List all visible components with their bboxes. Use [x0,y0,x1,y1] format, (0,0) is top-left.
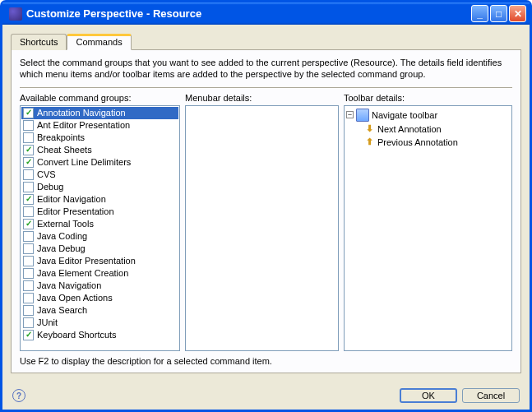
menubar-details-list[interactable] [185,105,339,351]
tab-commands[interactable]: Commands [67,34,131,50]
checkbox[interactable] [23,120,34,131]
checkbox[interactable] [23,169,34,180]
hint-text: Use F2 to display the description for a … [20,356,512,366]
checkbox[interactable] [23,231,34,242]
checkbox[interactable] [23,219,34,229]
checkbox[interactable] [23,206,34,217]
command-group-label: Annotation Navigation [37,108,126,118]
available-label: Available command groups: [20,93,180,103]
command-group-label: External Tools [37,219,94,229]
toolbar-label: Toolbar details: [344,93,512,103]
command-group-label: Java Editor Presentation [37,256,136,266]
command-group-item[interactable]: Java Element Creation [21,267,178,280]
command-group-item[interactable]: CVS [21,169,178,181]
maximize-button[interactable]: □ [490,5,507,22]
command-group-item[interactable]: Editor Navigation [21,193,178,206]
window-title: Customize Perspective - Resource [26,7,471,20]
tree-node-navigate-toolbar[interactable]: − Navigate toolbar [346,108,510,123]
tab-panel: Select the command groups that you want … [11,49,521,373]
command-group-item[interactable]: Java Navigation [21,280,178,292]
command-group-item[interactable]: Cheat Sheets [21,144,178,156]
command-group-item[interactable]: Editor Presentation [21,206,178,218]
command-group-item[interactable]: Keyboard Shortcuts [21,329,178,341]
command-group-item[interactable]: External Tools [21,218,178,230]
tab-shortcuts[interactable]: Shortcuts [11,34,67,50]
tree-node-next-annotation[interactable]: ⬇ Next Annotation [346,123,510,136]
command-group-label: Editor Presentation [37,206,114,216]
command-group-item[interactable]: Java Coding [21,230,178,243]
checkbox[interactable] [23,305,34,316]
checkbox[interactable] [23,256,34,266]
checkbox[interactable] [23,194,34,205]
command-group-item[interactable]: Java Debug [21,243,178,255]
cancel-button[interactable]: Cancel [462,388,520,403]
command-group-label: Convert Line Delimiters [37,157,131,167]
close-button[interactable]: ✕ [509,5,526,22]
checkbox[interactable] [23,145,34,155]
content-area: Shortcuts Commands Select the command gr… [2,25,530,382]
command-group-label: Java Coding [37,231,87,241]
menubar-label: Menubar details: [185,93,339,103]
help-icon[interactable]: ? [12,389,25,402]
dialog-window: Customize Perspective - Resource _ □ ✕ S… [0,0,532,412]
checkbox[interactable] [23,317,34,328]
command-group-item[interactable]: Debug [21,181,178,193]
checkbox[interactable] [23,280,34,291]
command-group-item[interactable]: Java Open Actions [21,292,178,304]
checkbox[interactable] [23,268,34,279]
checkbox[interactable] [23,293,34,303]
command-group-label: Keyboard Shortcuts [37,330,117,340]
checkbox[interactable] [23,132,34,143]
command-group-label: Debug [37,182,63,192]
command-group-label: Java Debug [37,243,86,253]
tree-node-label: Next Annotation [377,124,442,134]
command-group-label: Cheat Sheets [37,145,92,155]
command-group-item[interactable]: Annotation Navigation [21,107,178,119]
tree-node-label: Previous Annotation [377,137,458,147]
description-text: Select the command groups that you want … [20,57,512,81]
checkbox[interactable] [23,182,34,192]
tree-node-previous-annotation[interactable]: ⬆ Previous Annotation [346,136,510,149]
command-group-item[interactable]: JUnit [21,317,178,329]
command-group-item[interactable]: Convert Line Delimiters [21,156,178,169]
command-group-label: Java Element Creation [37,268,128,278]
minimize-button[interactable]: _ [471,5,488,22]
command-group-label: Java Navigation [37,280,101,290]
checkbox[interactable] [23,243,34,254]
command-group-label: Breakpoints [37,132,85,142]
command-group-item[interactable]: Java Search [21,304,178,317]
tree-node-label: Navigate toolbar [372,110,437,120]
command-group-label: Java Open Actions [37,293,113,303]
previous-annotation-icon: ⬆ [363,137,375,148]
command-group-label: Ant Editor Presentation [37,120,130,130]
divider [20,87,512,88]
command-group-label: Editor Navigation [37,194,106,204]
toolbar-icon [356,109,369,122]
command-group-label: JUnit [37,317,58,327]
next-annotation-icon: ⬇ [363,123,375,135]
command-group-item[interactable]: Java Editor Presentation [21,255,178,267]
checkbox[interactable] [23,157,34,168]
collapse-icon[interactable]: − [346,111,354,118]
available-command-groups-list[interactable]: Annotation NavigationAnt Editor Presenta… [20,105,180,351]
titlebar[interactable]: Customize Perspective - Resource _ □ ✕ [2,2,530,25]
toolbar-details-tree[interactable]: − Navigate toolbar ⬇ Next Annotation [344,105,512,351]
footer: ? OK Cancel [2,382,530,410]
ok-button[interactable]: OK [400,388,457,403]
command-group-label: Java Search [37,305,87,315]
command-group-item[interactable]: Breakpoints [21,132,178,144]
app-icon [9,7,22,21]
command-group-item[interactable]: Ant Editor Presentation [21,119,178,132]
checkbox[interactable] [23,330,34,340]
command-group-label: CVS [37,169,56,179]
checkbox[interactable] [23,108,34,118]
